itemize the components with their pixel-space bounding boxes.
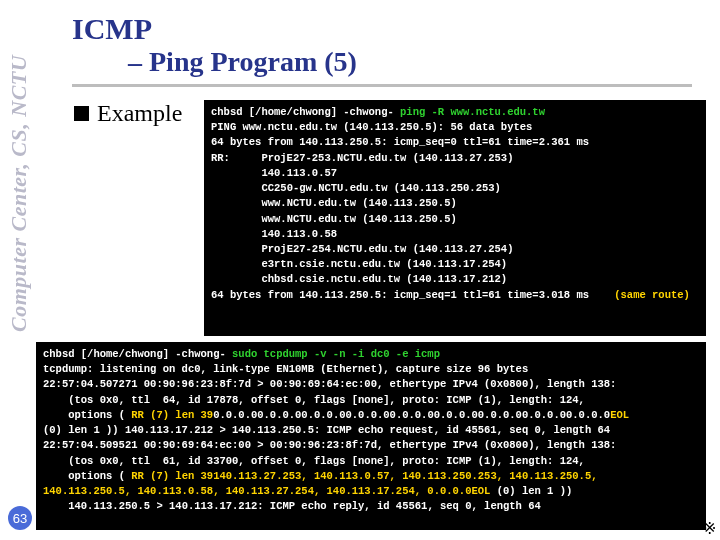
ping-line: ProjE27-254.NCTU.edu.tw (140.113.27.254) bbox=[211, 243, 513, 255]
slide-title: ICMP – Ping Program (5) bbox=[72, 12, 357, 78]
tcpdump-line: tcpdump: listening on dc0, link-type EN1… bbox=[43, 363, 528, 375]
ping-line: www.NCTU.edu.tw (140.113.250.5) bbox=[211, 213, 457, 225]
ping-line: 140.113.0.57 bbox=[211, 167, 337, 179]
route-addresses: 140.113.250.5, 140.113.0.58, 140.113.27.… bbox=[43, 485, 471, 497]
bullet-row: Example bbox=[74, 100, 182, 127]
tcpdump-line: options ( bbox=[43, 409, 131, 421]
title-line2: – Ping Program (5) bbox=[128, 46, 357, 78]
sidebar-label: Computer Center, CS, NCTU bbox=[6, 2, 32, 332]
ping-line: 64 bytes from 140.113.250.5: icmp_seq=0 … bbox=[211, 136, 589, 148]
tcpdump-line: (tos 0x0, ttl 64, id 17878, offset 0, fl… bbox=[43, 394, 585, 406]
ping-line: RR: ProjE27-253.NCTU.edu.tw (140.113.27.… bbox=[211, 152, 513, 164]
ping-line: 64 bytes from 140.113.250.5: icmp_seq=1 … bbox=[211, 289, 589, 301]
ping-line: chbsd.csie.nctu.edu.tw (140.113.17.212) bbox=[211, 273, 507, 285]
bullet-text: Example bbox=[97, 100, 182, 127]
tcpdump-line: (tos 0x0, ttl 61, id 33700, offset 0, fl… bbox=[43, 455, 585, 467]
ping-line: CC250-gw.NCTU.edu.tw (140.113.250.253) bbox=[211, 182, 501, 194]
eol-label: EOL bbox=[610, 409, 629, 421]
title-line1: ICMP bbox=[72, 12, 357, 46]
reference-mark-icon: ※ bbox=[703, 519, 716, 538]
tcpdump-line: 140.113.250.5 > 140.113.17.212: ICMP ech… bbox=[43, 500, 541, 512]
page-number: 63 bbox=[8, 506, 32, 530]
title-underline bbox=[72, 84, 692, 87]
terminal-ping: chbsd [/home/chwong] -chwong- ping -R ww… bbox=[204, 100, 706, 336]
tcpdump-line: 0.0.0.00.0.0.00.0.0.00.0.0.00.0.0.00.0.0… bbox=[213, 409, 610, 421]
eol-label: EOL bbox=[471, 485, 490, 497]
tcpdump-line: 22:57:04.509521 00:90:69:64:ec:00 > 00:9… bbox=[43, 439, 616, 451]
rr-option: RR (7) len 39 bbox=[131, 470, 213, 482]
terminal-tcpdump: chbsd [/home/chwong] -chwong- sudo tcpdu… bbox=[36, 342, 706, 530]
bullet-icon bbox=[74, 106, 89, 121]
tcpdump-line: (0) len 1 )) bbox=[490, 485, 572, 497]
tcpdump-line: (0) len 1 )) 140.113.17.212 > 140.113.25… bbox=[43, 424, 610, 436]
rr-option: RR (7) len 39 bbox=[131, 409, 213, 421]
route-addresses: 140.113.27.253, 140.113.0.57, 140.113.25… bbox=[213, 470, 597, 482]
tcpdump-command: sudo tcpdump -v -n -i dc0 -e icmp bbox=[232, 348, 440, 360]
tcpdump-line: 22:57:04.507271 00:90:96:23:8f:7d > 00:9… bbox=[43, 378, 616, 390]
prompt: chbsd [/home/chwong] -chwong- bbox=[43, 348, 232, 360]
ping-command: ping -R www.nctu.edu.tw bbox=[400, 106, 545, 118]
ping-line: www.NCTU.edu.tw (140.113.250.5) bbox=[211, 197, 457, 209]
ping-line: e3rtn.csie.nctu.edu.tw (140.113.17.254) bbox=[211, 258, 507, 270]
ping-line: 140.113.0.58 bbox=[211, 228, 337, 240]
same-route-label: (same route) bbox=[589, 289, 690, 301]
tcpdump-line: options ( bbox=[43, 470, 131, 482]
prompt: chbsd [/home/chwong] -chwong- bbox=[211, 106, 400, 118]
ping-line: PING www.nctu.edu.tw (140.113.250.5): 56… bbox=[211, 121, 532, 133]
